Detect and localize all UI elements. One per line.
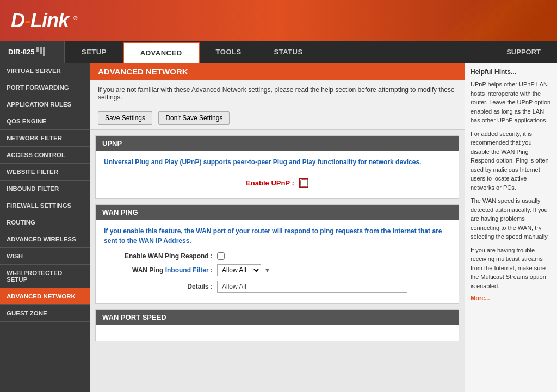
sidebar-item-advanced-network[interactable]: ADVANCED NETWORK xyxy=(0,288,90,305)
wan-port-speed-section: WAN PORT SPEED xyxy=(95,309,459,341)
wan-ping-filter-label: WAN Ping Inbound Filter : xyxy=(104,266,213,274)
enable-wan-ping-row: Enable WAN Ping Respond : xyxy=(104,252,450,260)
sidebar-item-qos-engine[interactable]: QOS ENGINE xyxy=(0,113,90,130)
support-tab[interactable]: SUPPORT xyxy=(490,41,557,63)
tab-tools[interactable]: TOOLS xyxy=(200,41,258,63)
sidebar-item-website-filter[interactable]: WEBSITE FILTER xyxy=(0,164,90,181)
sidebar-item-virtual-server[interactable]: VIRTUAL SERVER xyxy=(0,63,90,79)
sidebar: VIRTUAL SERVER PORT FORWARDING APPLICATI… xyxy=(0,63,90,392)
support-paragraph-2: For added security, it is recommended th… xyxy=(471,129,552,192)
wan-ping-filter-row: WAN Ping Inbound Filter : Allow All Allo… xyxy=(104,264,450,276)
navbar: DIR-825 SETUP ADVANCED TOOLS STATUS SUPP… xyxy=(0,41,557,63)
content-area: ADVANCED NETWORK If you are not familiar… xyxy=(90,63,465,392)
signal-bars xyxy=(36,47,45,56)
details-row: Details : Allow All xyxy=(104,281,450,293)
sidebar-item-advanced-wireless[interactable]: ADVANCED WIRELESS xyxy=(0,231,90,248)
upnp-section: UPNP Universal Plug and Play (UPnP) supp… xyxy=(95,135,459,199)
upnp-section-body: Universal Plug and Play (UPnP) supports … xyxy=(96,151,459,198)
inbound-filter-select[interactable]: Allow All Allow AM xyxy=(217,264,261,276)
support-paragraph-3: The WAN speed is usually detected automa… xyxy=(471,196,552,241)
details-label: Details : xyxy=(104,283,213,290)
sidebar-item-firewall-settings[interactable]: FIREWALL SETTINGS xyxy=(0,197,90,214)
sidebar-item-network-filter[interactable]: NETWORK FILTER xyxy=(0,130,90,147)
main-layout: VIRTUAL SERVER PORT FORWARDING APPLICATI… xyxy=(0,63,557,392)
wan-port-speed-body xyxy=(96,325,459,341)
model-label: DIR-825 xyxy=(0,41,65,63)
model-text: DIR-825 xyxy=(8,48,34,56)
wan-ping-section: WAN PING If you enable this feature, the… xyxy=(95,204,459,304)
sidebar-item-port-forwarding[interactable]: PORT FORWARDING xyxy=(0,79,90,96)
sidebar-item-wifi-protected-setup[interactable]: WI-FI PROTECTED SETUP xyxy=(0,265,90,288)
upnp-enable-label: Enable UPnP : xyxy=(246,179,294,187)
page-description: If you are not familiar with these Advan… xyxy=(90,80,465,107)
sidebar-item-application-rules[interactable]: APPLICATION RULES xyxy=(0,96,90,113)
tab-status[interactable]: STATUS xyxy=(258,41,319,63)
sidebar-item-routing[interactable]: ROUTING xyxy=(0,214,90,231)
support-panel: Helpful Hints... UPnP helps other UPnP L… xyxy=(465,63,557,392)
support-title: Helpful Hints... xyxy=(471,68,552,76)
more-link[interactable]: More... xyxy=(471,295,490,301)
upnp-section-header: UPNP xyxy=(96,136,459,151)
details-value: Allow All xyxy=(217,281,407,293)
header: D-Link ® xyxy=(0,0,557,41)
enable-wan-ping-checkbox[interactable] xyxy=(217,252,225,260)
button-row: Save Settings Don't Save Settings xyxy=(90,107,465,130)
upnp-enable-row: Enable UPnP : xyxy=(104,173,450,192)
support-paragraph-4: If you are having trouble receiving mult… xyxy=(471,246,552,291)
support-paragraph-1: UPnP helps other UPnP LAN hosts interope… xyxy=(471,80,552,125)
upnp-description: Universal Plug and Play (UPnP) supports … xyxy=(104,157,450,167)
dont-save-settings-button[interactable]: Don't Save Settings xyxy=(158,111,230,125)
inbound-filter-link[interactable]: Inbound Filter xyxy=(165,266,209,274)
upnp-enable-checkbox[interactable] xyxy=(300,179,308,187)
logo-link: Link xyxy=(30,9,69,32)
upnp-enable-checkbox-border xyxy=(299,178,308,188)
enable-wan-ping-label: Enable WAN Ping Respond : xyxy=(104,252,213,260)
save-settings-button[interactable]: Save Settings xyxy=(98,111,152,125)
sidebar-item-inbound-filter[interactable]: INBOUND FILTER xyxy=(0,181,90,197)
wan-port-speed-header: WAN PORT SPEED xyxy=(96,310,459,325)
wan-ping-description: If you enable this feature, the WAN port… xyxy=(104,226,450,246)
nav-tabs: SETUP ADVANCED TOOLS STATUS xyxy=(65,41,490,63)
tab-advanced[interactable]: ADVANCED xyxy=(123,42,200,63)
sidebar-item-wish[interactable]: WISH xyxy=(0,248,90,265)
sidebar-item-access-control[interactable]: ACCESS CONTROL xyxy=(0,147,90,164)
sidebar-item-guest-zone[interactable]: GUEST ZONE xyxy=(0,305,90,322)
tab-setup[interactable]: SETUP xyxy=(65,41,123,63)
page-title: ADVANCED NETWORK xyxy=(90,63,465,80)
logo-d: D xyxy=(11,9,24,32)
wan-ping-section-header: WAN PING xyxy=(96,205,459,220)
filter-dropdown-arrow: ▼ xyxy=(264,267,270,273)
wan-ping-section-body: If you enable this feature, the WAN port… xyxy=(96,220,459,303)
logo: D-Link ® xyxy=(11,9,77,32)
